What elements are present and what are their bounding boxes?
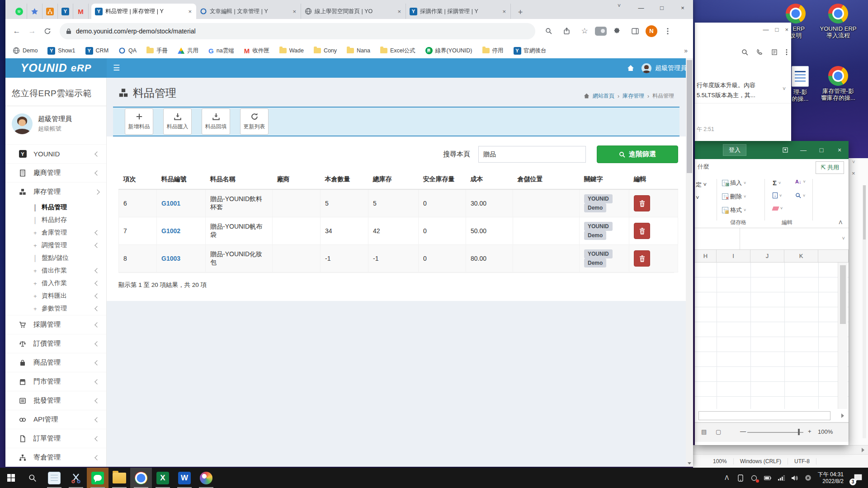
pinned-tab-gmail[interactable]: M — [73, 4, 89, 19]
extensions-puzzle-icon[interactable] — [609, 23, 625, 39]
maximize-icon[interactable]: □ — [812, 141, 830, 159]
bookmark-item[interactable]: Y Show1 — [47, 47, 75, 55]
phone-icon[interactable] — [756, 49, 763, 56]
notepad-scrollbar[interactable] — [863, 185, 866, 438]
snip-app-button[interactable] — [65, 468, 87, 488]
bookmark-item[interactable]: M 收件匣 — [244, 47, 269, 55]
sort-filter-button[interactable]: A↓˅ — [795, 179, 806, 184]
sync-error-tray-icon[interactable] — [802, 468, 815, 488]
sidebar-subitem-料品封存[interactable]: │ 料品封存 — [5, 214, 106, 226]
sidebar-item-廠商管理[interactable]: 廠商管理 — [5, 163, 106, 182]
bookmark-item[interactable]: Y CRM — [85, 47, 108, 55]
start-button[interactable] — [0, 468, 22, 488]
minimize-icon[interactable]: — — [794, 141, 812, 159]
toolbar-button-更新列表[interactable]: 更新列表 — [240, 108, 269, 135]
toolbar-button-新增料品[interactable]: 新增料品 — [125, 108, 153, 135]
excel-hscrollbar[interactable] — [698, 411, 830, 420]
pinned-tab-younid[interactable]: Y — [58, 4, 73, 19]
bookmark-item[interactable]: 界 綠界(YOUNID) — [425, 47, 472, 55]
bookmark-item[interactable]: Y 官網後台 — [514, 47, 547, 55]
sidebar-item-訂單管理[interactable]: 訂單管理 — [5, 429, 106, 448]
sidebar-item-採購管理[interactable]: 採購管理 — [5, 315, 106, 334]
zoom-icon[interactable] — [541, 23, 556, 39]
delete-button[interactable] — [634, 195, 650, 211]
sidebar-item-寄倉管理[interactable]: 寄倉管理 — [5, 448, 106, 467]
toolbar-button-料品回填[interactable]: 料品回填 — [202, 108, 230, 135]
sidebar-item-商品管理[interactable]: 商品管理 — [5, 353, 106, 372]
excel-column-K[interactable]: K — [784, 250, 818, 262]
close-icon[interactable]: × — [672, 0, 693, 15]
fill-button[interactable]: ↓˅ — [773, 192, 782, 198]
forward-icon[interactable]: → — [24, 23, 40, 39]
autosum-button[interactable]: Σ˅ — [773, 179, 781, 187]
close-icon[interactable]: × — [852, 170, 855, 177]
eraser-button[interactable]: ˅ — [773, 206, 783, 211]
pinned-tab-spotify[interactable] — [12, 4, 27, 19]
scrollbar-thumb[interactable] — [687, 60, 692, 173]
insert-cells-button[interactable]: ⊞插入˅ — [722, 179, 746, 187]
bookmark-item[interactable]: 手冊 — [146, 47, 168, 55]
excel-zoom-level[interactable]: 100% — [818, 428, 833, 435]
zoom-slider-thumb[interactable] — [798, 429, 800, 435]
taskbar-clock[interactable]: 下午 04:31 2022/8/2 — [818, 471, 844, 485]
excel-formula-bar[interactable]: ˅ — [695, 228, 849, 250]
view-mode-icons[interactable]: ▤ ▢ — [701, 428, 725, 435]
excel-vscrollbar[interactable] — [838, 263, 848, 409]
collapse-ribbon-icon[interactable]: ᐱ — [839, 220, 842, 225]
close-icon[interactable]: × — [785, 26, 788, 33]
word-app-button[interactable]: W — [174, 468, 195, 488]
page-scrollbar[interactable] — [686, 58, 693, 467]
scroll-right-icon[interactable] — [841, 413, 844, 418]
address-bar[interactable]: demo.younid.com/erp-demo/stock/material — [60, 23, 535, 39]
delete-button[interactable] — [634, 250, 650, 267]
url-text[interactable]: demo.younid.com/erp-demo/stock/material — [76, 28, 196, 35]
format-button[interactable]: ▦格式˅ — [722, 206, 746, 214]
sidebar-item-API管理[interactable]: API管理 — [5, 410, 106, 429]
taskbar-search-button[interactable] — [22, 468, 43, 488]
sidebar-subitem-借入作業[interactable]: + 借入作業 — [5, 277, 106, 290]
desktop-shortcut[interactable]: YOUNID ERP導入流程 — [816, 4, 860, 39]
sidebar-item-庫存管理[interactable]: 庫存管理 — [5, 182, 106, 201]
back-icon[interactable]: ← — [9, 23, 24, 39]
tab-close-icon[interactable]: × — [187, 8, 193, 15]
bookmark-item[interactable]: Cony — [314, 47, 337, 54]
chevron-down-icon[interactable]: ˅ — [783, 86, 786, 92]
home-icon[interactable] — [627, 65, 634, 71]
more-menu-icon[interactable] — [786, 49, 788, 56]
delete-button[interactable] — [634, 223, 650, 239]
bookmark-item[interactable]: Excel公式 — [380, 47, 415, 55]
phone-tray-icon[interactable] — [734, 468, 747, 488]
bookmark-item[interactable]: 停用 — [482, 47, 504, 55]
excel-app-button[interactable]: X — [152, 468, 174, 488]
close-icon[interactable]: × — [830, 141, 849, 159]
zoom-out-icon[interactable]: — — [740, 428, 746, 435]
profile-avatar[interactable]: N — [646, 25, 657, 37]
bookmark-item[interactable]: Nana — [347, 47, 370, 54]
tab-1[interactable]: Y 料品管理 | 庫存管理 | Y × — [91, 4, 196, 19]
chevron-down-icon[interactable]: ˅ — [842, 235, 845, 241]
chrome-app-button[interactable] — [130, 468, 152, 488]
reload-icon[interactable] — [40, 23, 55, 39]
breadcrumb-link[interactable]: 庫存管理 — [623, 92, 644, 100]
cell-code[interactable]: G1002 — [157, 217, 206, 245]
pinned-tab-org-chart[interactable] — [42, 4, 58, 19]
action-center-button[interactable]: 3 — [848, 468, 868, 488]
zoom-in-icon[interactable]: + — [808, 428, 811, 435]
sidebar-subitem-盤點/儲位[interactable]: │ 盤點/儲位 — [5, 252, 106, 264]
bookmarks-overflow-icon[interactable]: » — [684, 47, 688, 54]
network-tray-icon[interactable] — [774, 468, 788, 488]
bookmark-item[interactable]: 共用 — [178, 47, 198, 55]
sidebar-subitem-調撥管理[interactable]: + 調撥管理 — [5, 239, 106, 252]
tab-close-icon[interactable]: × — [292, 8, 297, 15]
volume-tray-icon[interactable] — [788, 468, 802, 488]
sidebar-item-批發管理[interactable]: 批發管理 — [5, 391, 106, 410]
search-input[interactable] — [478, 146, 586, 163]
sidebar-subitem-資料匯出[interactable]: + 資料匯出 — [5, 290, 106, 302]
menu-toggle-icon[interactable]: ☰ — [113, 63, 120, 73]
search-icon[interactable] — [741, 49, 748, 56]
tab-2[interactable]: 文章編輯 | 文章管理 | Y × — [196, 4, 301, 19]
bookmark-star-icon[interactable]: ☆ — [577, 23, 592, 39]
sidebar-subitem-料品管理[interactable]: │ 料品管理 — [5, 201, 106, 214]
pinned-tab-bookmark-star[interactable] — [27, 4, 42, 19]
sidebar-item-門市管理[interactable]: 門市管理 — [5, 372, 106, 391]
